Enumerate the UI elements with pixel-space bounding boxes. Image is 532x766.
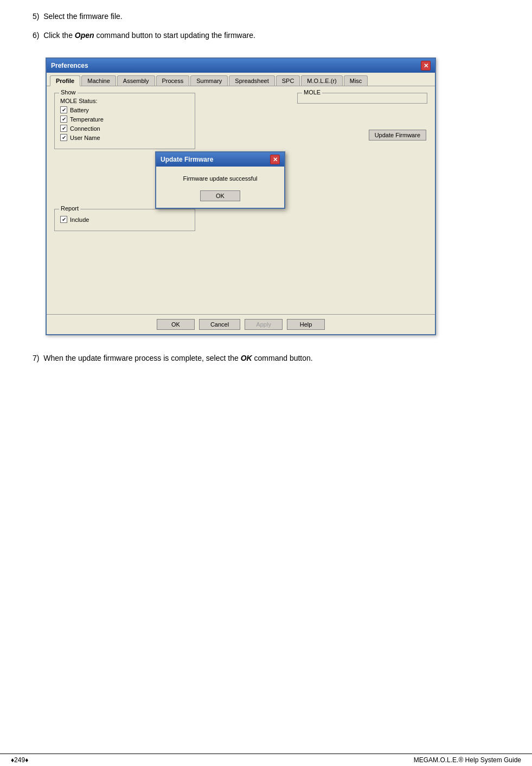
mole-group-label: MOLE <box>302 89 322 95</box>
step-5-number: 5) <box>33 12 39 21</box>
update-firmware-title: Update Firmware <box>161 156 213 163</box>
titlebar-close-button[interactable]: ✕ <box>421 61 431 71</box>
step-6-text: 6) Click the Open command button to star… <box>33 30 255 41</box>
screenshot-container: Preferences ✕ Profile Machine Assembly P… <box>46 58 436 335</box>
tab-spc[interactable]: SPC <box>276 75 300 86</box>
step-6-bold: Open <box>75 31 94 40</box>
checkbox-temperature[interactable]: ✔ <box>60 116 67 123</box>
checkbox-include-row: ✔ Include <box>60 216 189 223</box>
mole-status-label: MOLE Status: <box>60 98 189 104</box>
step-5-text: 5) Select the firmware file. <box>33 11 123 22</box>
preferences-cancel-button[interactable]: Cancel <box>199 319 240 330</box>
page-number: ♦249♦ <box>11 756 28 764</box>
tab-summary[interactable]: Summary <box>190 75 228 86</box>
preferences-titlebar: Preferences ✕ <box>47 59 435 73</box>
report-group: Report ✔ Include <box>54 209 195 231</box>
checkbox-temperature-row: ✔ Temperature <box>60 116 189 123</box>
checkbox-username[interactable]: ✔ <box>60 134 67 141</box>
checkbox-battery-label: Battery <box>70 107 89 113</box>
step-6: 6) Click the Open command button to star… <box>33 30 499 41</box>
preferences-ok-button[interactable]: OK <box>157 319 195 330</box>
preferences-help-button[interactable]: Help <box>287 319 325 330</box>
checkbox-connection-row: ✔ Connection <box>60 125 189 132</box>
show-group: Show MOLE Status: ✔ Battery ✔ Temperatur… <box>54 93 195 149</box>
update-firmware-body: Firmware update successful OK <box>156 167 284 208</box>
tab-mole-r[interactable]: M.O.L.E.(r) <box>301 75 342 86</box>
checkbox-include-label: Include <box>70 216 89 223</box>
preferences-window: Preferences ✕ Profile Machine Assembly P… <box>46 58 436 335</box>
tab-profile[interactable]: Profile <box>50 75 80 86</box>
update-firmware-ok-button[interactable]: OK <box>200 190 240 201</box>
page-footer: ♦249♦ MEGAM.O.L.E.® Help System Guide <box>0 754 532 766</box>
preferences-tabs: Profile Machine Assembly Process Summary… <box>47 73 435 86</box>
product-name: MEGAM.O.L.E.® Help System Guide <box>414 756 521 764</box>
tab-machine[interactable]: Machine <box>81 75 116 86</box>
update-firmware-close-button[interactable]: ✕ <box>270 155 280 164</box>
step-6-text2: command button to start updating the fir… <box>94 31 255 40</box>
step-7: 7) When the update firmware process is c… <box>33 353 499 364</box>
checkbox-battery[interactable]: ✔ <box>60 106 67 113</box>
tab-misc[interactable]: Misc <box>344 75 368 86</box>
update-firmware-message: Firmware update successful <box>164 175 277 182</box>
checkbox-battery-row: ✔ Battery <box>60 106 189 113</box>
preferences-body: Show MOLE Status: ✔ Battery ✔ Temperatur… <box>47 86 435 314</box>
step-6-number: 6) <box>33 31 39 40</box>
mole-group: MOLE <box>297 93 427 104</box>
checkbox-connection-label: Connection <box>70 125 100 132</box>
checkbox-temperature-label: Temperature <box>70 116 104 123</box>
step-7-bold: OK <box>241 354 252 362</box>
checkbox-username-label: User Name <box>70 135 100 141</box>
update-firmware-dialog: Update Firmware ✕ Firmware update succes… <box>155 151 285 209</box>
report-group-label: Report <box>59 205 80 212</box>
preferences-apply-button[interactable]: Apply <box>245 319 283 330</box>
tab-assembly[interactable]: Assembly <box>117 75 155 86</box>
step-7-text2: command button. <box>252 354 313 362</box>
update-firmware-button[interactable]: Update Firmware <box>369 130 426 141</box>
update-firmware-titlebar: Update Firmware ✕ <box>156 152 284 167</box>
step-7-text: 7) When the update firmware process is c… <box>33 353 313 364</box>
tab-process[interactable]: Process <box>156 75 190 86</box>
show-group-label: Show <box>59 89 78 95</box>
step-6-body: Click the <box>43 31 75 40</box>
checkbox-include[interactable]: ✔ <box>60 216 67 223</box>
page-content: 5) Select the firmware file. 6) Click th… <box>0 0 532 393</box>
tab-spreadsheet[interactable]: Spreadsheet <box>229 75 274 86</box>
preferences-title: Preferences <box>51 62 88 69</box>
step-7-number: 7) <box>33 354 39 362</box>
checkbox-username-row: ✔ User Name <box>60 134 189 141</box>
checkbox-connection[interactable]: ✔ <box>60 125 67 132</box>
step-7-body: When the update firmware process is comp… <box>43 354 240 362</box>
step-5-body: Select the firmware file. <box>43 12 123 21</box>
preferences-footer: OK Cancel Apply Help <box>47 314 435 334</box>
step-5: 5) Select the firmware file. <box>33 11 499 22</box>
